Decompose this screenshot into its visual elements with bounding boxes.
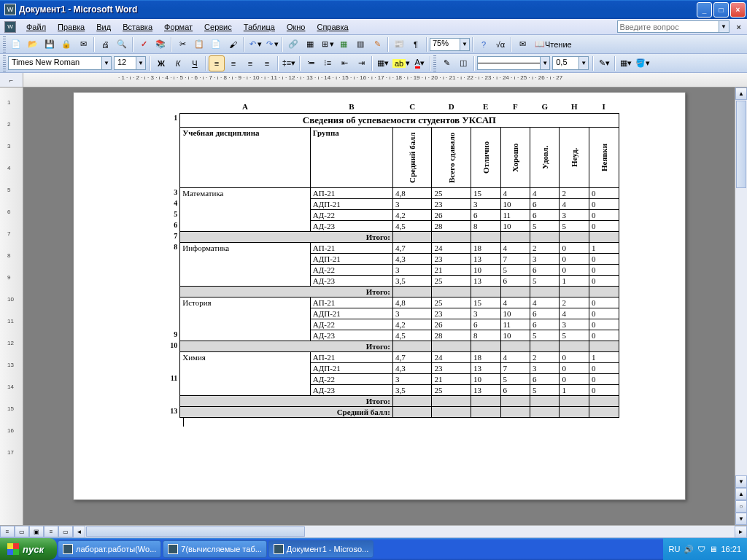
- undo-button[interactable]: ↶▾: [247, 36, 263, 52]
- print-button[interactable]: 🖨: [97, 36, 113, 52]
- web-view-button[interactable]: ▭: [15, 526, 29, 537]
- research-button[interactable]: 📚: [152, 36, 169, 52]
- borders-button[interactable]: ▦▾: [375, 55, 391, 71]
- preview-button[interactable]: 🔍: [114, 36, 130, 52]
- columns-button[interactable]: ▥: [352, 36, 368, 52]
- draw-table-button[interactable]: ✎: [438, 55, 454, 71]
- menu-view[interactable]: Вид: [90, 21, 117, 33]
- close-button[interactable]: ×: [730, 2, 746, 18]
- menu-window[interactable]: Окно: [281, 21, 311, 33]
- format-painter-button[interactable]: 🖌: [225, 36, 241, 52]
- align-justify-button[interactable]: ≡: [259, 55, 275, 71]
- minimize-button[interactable]: _: [697, 2, 712, 18]
- line-style-combo[interactable]: ▼: [477, 56, 550, 70]
- ruler-horizontal[interactable]: ⌐ · 1 · ı · 2 · ı · 3 · ı · 4 · ı · 5 · …: [0, 73, 747, 88]
- tray-icon[interactable]: 🖥: [709, 545, 717, 553]
- new-doc-button[interactable]: 📄: [8, 36, 24, 52]
- envelope-button[interactable]: ✉: [514, 36, 530, 52]
- taskbar-item[interactable]: лаборат.работы(Wo...: [58, 540, 161, 558]
- help-button[interactable]: ?: [476, 36, 492, 52]
- word-doc-icon[interactable]: W: [4, 21, 16, 33]
- shading-button[interactable]: 🪣▾: [635, 55, 651, 71]
- document-viewport[interactable]: ABCDEFGHI1Сведения об успеваемости студе…: [23, 88, 735, 525]
- font-combo[interactable]: Times New Roman▼: [8, 56, 112, 70]
- drawing-button[interactable]: ✎: [369, 36, 385, 52]
- page[interactable]: ABCDEFGHI1Сведения об успеваемости студе…: [73, 92, 686, 500]
- next-page-button[interactable]: ▼: [735, 513, 747, 525]
- scroll-up-button[interactable]: ▲: [735, 88, 747, 100]
- maximize-button[interactable]: □: [713, 2, 729, 18]
- toolbar-grip[interactable]: [3, 36, 6, 52]
- paste-button[interactable]: 📄: [208, 36, 224, 52]
- highlight-button[interactable]: ab▾: [392, 55, 411, 71]
- hscroll-thumb[interactable]: [86, 526, 305, 537]
- align-right-button[interactable]: ≡: [242, 55, 258, 71]
- ruler-corner[interactable]: ⌐: [0, 73, 23, 87]
- tray-icon[interactable]: 🛡: [697, 545, 705, 553]
- document-table[interactable]: ABCDEFGHI1Сведения об успеваемости студе…: [161, 101, 619, 418]
- menu-format[interactable]: Формат: [158, 21, 198, 33]
- bullet-list-button[interactable]: ⁝≡: [320, 55, 336, 71]
- numbered-list-button[interactable]: ≔: [303, 55, 319, 71]
- italic-button[interactable]: К: [170, 55, 186, 71]
- underline-button[interactable]: Ч: [187, 55, 203, 71]
- excel-button[interactable]: ▦: [336, 36, 352, 52]
- menu-file[interactable]: Файл: [20, 21, 52, 33]
- menu-table[interactable]: Таблица: [238, 21, 281, 33]
- insert-table-button[interactable]: ⊞▾: [319, 36, 335, 52]
- vertical-scrollbar[interactable]: ▲ ▼ ▲ ○ ▼: [735, 88, 747, 525]
- scroll-right-button[interactable]: ►: [735, 526, 747, 538]
- system-tray[interactable]: RU 🔊 🛡 🖥 16:21: [663, 538, 747, 560]
- line-weight-combo[interactable]: 0,5▼: [552, 56, 589, 70]
- eraser-button[interactable]: ◫: [455, 55, 471, 71]
- toolbar-grip[interactable]: [3, 55, 6, 71]
- spelling-button[interactable]: ✓: [136, 36, 152, 52]
- permission-button[interactable]: 🔒: [58, 36, 74, 52]
- normal-view-button[interactable]: ≡: [0, 526, 15, 537]
- doc-map-button[interactable]: 📰: [391, 36, 407, 52]
- outline-view-button[interactable]: ≡: [44, 526, 58, 537]
- taskbar-item[interactable]: 7(вычисляемые таб...: [163, 540, 267, 558]
- print-view-button[interactable]: ▣: [29, 526, 44, 537]
- equation-button[interactable]: √α: [492, 36, 508, 52]
- menu-help[interactable]: Справка: [311, 21, 354, 33]
- menu-service[interactable]: Сервис: [198, 21, 238, 33]
- indent-button[interactable]: ⇥: [353, 55, 369, 71]
- bold-button[interactable]: Ж: [153, 55, 169, 71]
- line-spacing-button[interactable]: ‡≡▾: [281, 55, 297, 71]
- hyperlink-button[interactable]: 🔗: [285, 36, 301, 52]
- align-left-button[interactable]: ≡: [209, 55, 225, 71]
- zoom-combo[interactable]: 75%▼: [430, 38, 470, 51]
- horizontal-scrollbar[interactable]: ◄ ►: [73, 526, 747, 537]
- mdi-close-button[interactable]: ×: [734, 23, 744, 31]
- clock[interactable]: 16:21: [721, 545, 741, 553]
- border-color-button[interactable]: ✎▾: [596, 55, 612, 71]
- menu-edit[interactable]: Правка: [52, 21, 90, 33]
- outdent-button[interactable]: ⇤: [336, 55, 352, 71]
- taskbar-item-active[interactable]: Документ1 - Microso...: [268, 540, 374, 558]
- lang-indicator[interactable]: RU: [669, 545, 681, 553]
- redo-button[interactable]: ↷▾: [263, 36, 279, 52]
- align-center-button[interactable]: ≡: [225, 55, 241, 71]
- prev-page-button[interactable]: ▲: [735, 488, 747, 500]
- ruler-vertical[interactable]: 1234567891011121314151617: [0, 88, 23, 525]
- browse-object-button[interactable]: ○: [735, 500, 747, 513]
- scroll-down-button[interactable]: ▼: [735, 475, 747, 488]
- start-button[interactable]: пуск: [0, 538, 57, 560]
- mail-button[interactable]: ✉: [75, 36, 91, 52]
- size-combo[interactable]: 12▼: [114, 56, 146, 70]
- reading-view-button[interactable]: ▭: [58, 526, 73, 537]
- open-button[interactable]: 📂: [25, 36, 41, 52]
- show-marks-button[interactable]: ¶: [408, 36, 424, 52]
- tables-borders-button[interactable]: ▦: [302, 36, 318, 52]
- border-button[interactable]: ▦▾: [618, 55, 634, 71]
- help-search-input[interactable]: [617, 20, 719, 33]
- help-dropdown[interactable]: ▼: [719, 20, 729, 33]
- font-color-button[interactable]: A▾: [411, 55, 427, 71]
- toolbar-grip[interactable]: [433, 55, 436, 71]
- menu-insert[interactable]: Вставка: [117, 21, 158, 33]
- scroll-left-button[interactable]: ◄: [73, 526, 85, 538]
- reading-button[interactable]: 📖 Чтение: [531, 36, 576, 52]
- copy-button[interactable]: 📋: [191, 36, 207, 52]
- save-button[interactable]: 💾: [42, 36, 58, 52]
